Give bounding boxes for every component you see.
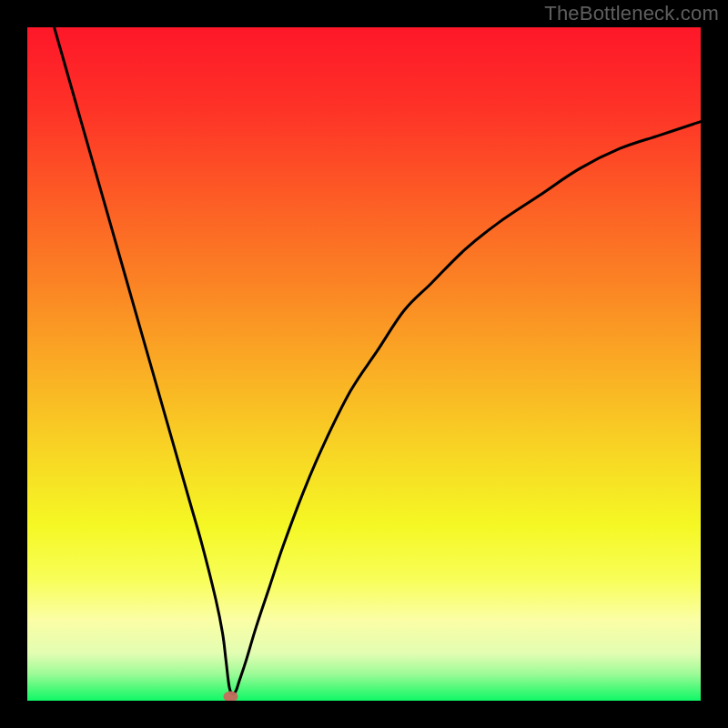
- plot-background: [27, 27, 701, 701]
- bottleneck-chart: [27, 27, 701, 701]
- chart-frame: TheBottleneck.com: [0, 0, 728, 728]
- watermark-text: TheBottleneck.com: [544, 2, 719, 25]
